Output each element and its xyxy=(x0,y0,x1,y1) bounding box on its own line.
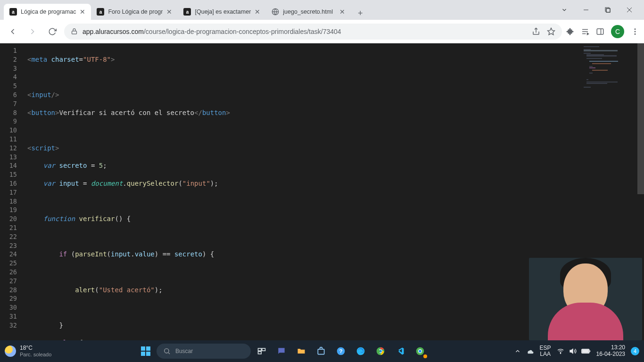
chrome-dev-icon[interactable] xyxy=(411,342,429,360)
tab-title: juego_secreto.html xyxy=(283,8,336,15)
windows-taskbar: 18°C Parc. soleado Buscar ? ESP LAA xyxy=(0,340,644,362)
weather-widget[interactable]: 18°C Parc. soleado xyxy=(5,345,51,357)
svg-rect-7 xyxy=(72,31,77,34)
address-bar[interactable]: app.aluracursos.com/course/logica-de-pro… xyxy=(64,24,562,40)
close-icon[interactable]: ✕ xyxy=(339,8,345,15)
explorer-icon[interactable] xyxy=(292,342,310,360)
side-panel-icon[interactable] xyxy=(596,27,604,36)
browser-toolbar: app.aluracursos.com/course/logica-de-pro… xyxy=(0,20,644,43)
chevron-up-icon[interactable] xyxy=(514,348,521,354)
share-icon[interactable] xyxy=(532,27,540,36)
volume-icon[interactable] xyxy=(569,347,577,355)
tab-title: [Queja] es exactamer xyxy=(195,8,251,15)
forward-button[interactable] xyxy=(25,24,41,40)
close-window-button[interactable] xyxy=(619,2,640,17)
tab-3[interactable]: a [Queja] es exactamer ✕ xyxy=(178,4,266,20)
tab-1[interactable]: a Lógica de programac ✕ xyxy=(4,4,91,20)
maximize-button[interactable] xyxy=(597,2,619,17)
close-icon[interactable]: ✕ xyxy=(166,8,172,15)
svg-rect-24 xyxy=(318,349,324,354)
svg-marker-9 xyxy=(548,28,555,34)
line-gutter: 1234567891011121314151617181920212223242… xyxy=(0,43,24,340)
weather-desc: Parc. soleado xyxy=(20,352,51,358)
weather-icon xyxy=(5,346,16,357)
wifi-icon[interactable] xyxy=(557,347,564,355)
svg-marker-35 xyxy=(570,349,573,353)
reload-button[interactable] xyxy=(44,24,60,40)
code-editor[interactable]: 1234567891011121314151617181920212223242… xyxy=(0,43,644,340)
task-view-icon[interactable] xyxy=(253,342,271,360)
close-icon[interactable]: ✕ xyxy=(255,8,260,15)
browser-tabstrip: a Lógica de programac ✕ a Foro Lógica de… xyxy=(0,0,644,20)
chevron-down-icon[interactable] xyxy=(553,2,575,17)
extensions-icon[interactable] xyxy=(566,27,574,36)
clock[interactable]: 13:20 16-04-2023 xyxy=(596,345,625,358)
alura-favicon: a xyxy=(9,8,17,16)
taskbar-search[interactable]: Buscar xyxy=(157,344,251,359)
menu-icon[interactable] xyxy=(631,27,639,36)
star-icon[interactable] xyxy=(547,27,555,36)
profile-avatar[interactable]: C xyxy=(611,25,624,38)
new-tab-button[interactable]: + xyxy=(354,7,367,20)
url-text: app.aluracursos.com/course/logica-de-pro… xyxy=(83,28,341,35)
scrollbar-thumb[interactable] xyxy=(637,43,644,194)
media-icon[interactable] xyxy=(581,27,589,36)
vscode-icon[interactable] xyxy=(391,342,409,360)
weather-temp: 18°C xyxy=(20,345,51,352)
onedrive-icon[interactable] xyxy=(526,347,534,355)
edge-icon[interactable] xyxy=(352,342,370,360)
battery-icon[interactable] xyxy=(581,348,591,354)
tab-title: Foro Lógica de progr xyxy=(108,8,163,15)
svg-point-19 xyxy=(165,349,169,353)
start-button[interactable] xyxy=(137,342,155,360)
svg-rect-37 xyxy=(582,350,588,353)
svg-point-33 xyxy=(419,350,421,353)
window-controls xyxy=(553,0,640,20)
lock-icon xyxy=(71,28,78,35)
tab-title: Lógica de programac xyxy=(21,8,76,15)
svg-rect-22 xyxy=(262,348,265,351)
tab-4[interactable]: juego_secreto.html ✕ xyxy=(266,4,351,20)
svg-point-16 xyxy=(635,28,636,30)
search-icon xyxy=(163,347,171,355)
alura-favicon: a xyxy=(183,8,191,16)
store-icon[interactable] xyxy=(312,342,330,360)
svg-point-34 xyxy=(560,353,561,354)
alura-favicon: a xyxy=(97,8,104,16)
chrome-icon[interactable] xyxy=(372,342,389,360)
svg-point-18 xyxy=(635,33,636,34)
minimap[interactable] xyxy=(584,46,636,84)
svg-rect-14 xyxy=(597,29,603,34)
svg-marker-13 xyxy=(587,33,589,35)
svg-line-20 xyxy=(168,353,170,354)
svg-rect-21 xyxy=(258,348,261,351)
language-indicator[interactable]: ESP LAA xyxy=(540,345,551,357)
svg-point-17 xyxy=(635,31,636,32)
search-placeholder: Buscar xyxy=(175,348,193,354)
back-button[interactable] xyxy=(5,24,21,40)
tab-2[interactable]: a Foro Lógica de progr ✕ xyxy=(91,4,178,20)
minimize-button[interactable] xyxy=(575,2,597,17)
close-icon[interactable]: ✕ xyxy=(80,8,85,15)
notification-badge[interactable]: 4 xyxy=(631,347,639,355)
help-icon[interactable]: ? xyxy=(332,342,350,360)
svg-rect-3 xyxy=(606,8,610,12)
chat-icon[interactable] xyxy=(272,342,290,360)
svg-text:?: ? xyxy=(339,348,342,354)
globe-icon xyxy=(272,8,279,16)
webcam-overlay xyxy=(529,258,642,340)
svg-rect-23 xyxy=(258,352,261,354)
